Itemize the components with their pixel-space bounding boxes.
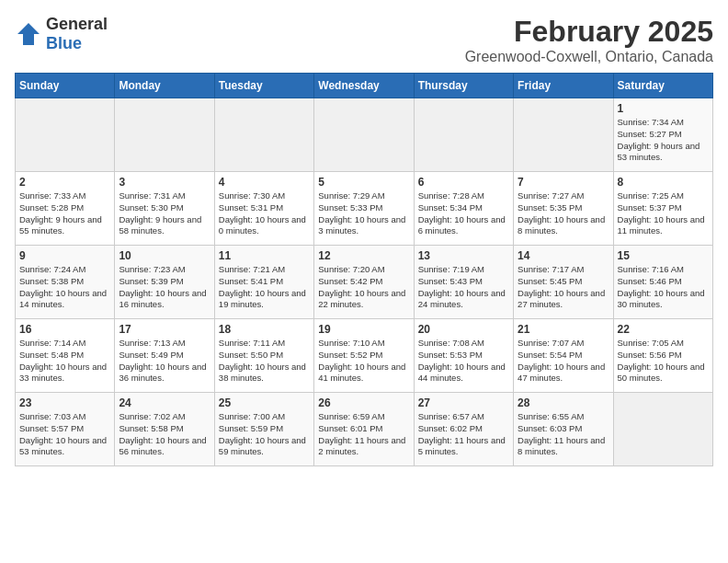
calendar-cell: 21Sunrise: 7:07 AM Sunset: 5:54 PM Dayli… [514,319,613,393]
day-number: 7 [518,176,609,189]
calendar-cell [115,98,214,172]
day-info: Sunrise: 7:34 AM Sunset: 5:27 PM Dayligh… [618,117,709,164]
calendar-cell: 16Sunrise: 7:14 AM Sunset: 5:48 PM Dayli… [16,319,115,393]
calendar-cell: 15Sunrise: 7:16 AM Sunset: 5:46 PM Dayli… [613,246,712,319]
page-header: General Blue February 2025 Greenwood-Cox… [15,15,713,65]
day-number: 26 [318,396,409,409]
calendar-cell [314,98,414,172]
calendar-cell [16,98,115,172]
calendar-cell: 9Sunrise: 7:24 AM Sunset: 5:38 PM Daylig… [16,246,115,319]
day-info: Sunrise: 7:27 AM Sunset: 5:35 PM Dayligh… [518,190,609,237]
logo-blue: Blue [46,34,82,52]
calendar-cell: 12Sunrise: 7:20 AM Sunset: 5:42 PM Dayli… [314,246,414,319]
day-info: Sunrise: 6:55 AM Sunset: 6:03 PM Dayligh… [518,411,609,458]
day-info: Sunrise: 7:17 AM Sunset: 5:45 PM Dayligh… [518,264,609,311]
day-info: Sunrise: 7:24 AM Sunset: 5:38 PM Dayligh… [19,264,110,311]
calendar-cell [613,393,712,466]
weekday-header: Monday [115,74,214,98]
day-info: Sunrise: 7:00 AM Sunset: 5:59 PM Dayligh… [219,411,310,458]
day-number: 11 [219,249,310,262]
day-number: 12 [318,249,409,262]
day-info: Sunrise: 7:10 AM Sunset: 5:52 PM Dayligh… [318,338,409,385]
calendar-cell: 2Sunrise: 7:33 AM Sunset: 5:28 PM Daylig… [16,172,115,246]
calendar-cell: 14Sunrise: 7:17 AM Sunset: 5:45 PM Dayli… [514,246,613,319]
day-number: 17 [119,323,210,336]
day-info: Sunrise: 7:13 AM Sunset: 5:49 PM Dayligh… [119,338,210,385]
day-number: 6 [418,176,509,189]
calendar-cell: 17Sunrise: 7:13 AM Sunset: 5:49 PM Dayli… [115,319,214,393]
logo-general: General [46,15,108,33]
calendar-cell [214,98,313,172]
calendar-week-row: 1Sunrise: 7:34 AM Sunset: 5:27 PM Daylig… [16,98,713,172]
svg-marker-0 [17,23,40,45]
day-info: Sunrise: 7:20 AM Sunset: 5:42 PM Dayligh… [318,264,409,311]
day-number: 2 [19,176,110,189]
logo: General Blue [15,15,108,53]
calendar-cell: 22Sunrise: 7:05 AM Sunset: 5:56 PM Dayli… [613,319,712,393]
month-title: February 2025 [465,15,713,49]
day-number: 9 [19,249,110,262]
calendar-cell: 1Sunrise: 7:34 AM Sunset: 5:27 PM Daylig… [613,98,712,172]
day-number: 3 [119,176,210,189]
calendar-cell: 20Sunrise: 7:08 AM Sunset: 5:53 PM Dayli… [414,319,513,393]
weekday-header: Friday [514,74,613,98]
day-info: Sunrise: 7:16 AM Sunset: 5:46 PM Dayligh… [618,264,709,311]
day-info: Sunrise: 7:02 AM Sunset: 5:58 PM Dayligh… [119,411,210,458]
day-info: Sunrise: 7:23 AM Sunset: 5:39 PM Dayligh… [119,264,210,311]
calendar-cell: 24Sunrise: 7:02 AM Sunset: 5:58 PM Dayli… [115,393,214,466]
weekday-header: Tuesday [214,74,313,98]
day-number: 1 [618,102,709,115]
day-number: 13 [418,249,509,262]
day-info: Sunrise: 7:33 AM Sunset: 5:28 PM Dayligh… [19,190,110,237]
weekday-header: Sunday [16,74,115,98]
day-number: 21 [518,323,609,336]
day-number: 16 [19,323,110,336]
day-number: 18 [219,323,310,336]
calendar-cell [414,98,513,172]
title-block: February 2025 Greenwood-Coxwell, Ontario… [465,15,713,65]
day-number: 28 [518,396,609,409]
day-info: Sunrise: 7:21 AM Sunset: 5:41 PM Dayligh… [219,264,310,311]
day-info: Sunrise: 7:03 AM Sunset: 5:57 PM Dayligh… [19,411,110,458]
calendar-cell: 7Sunrise: 7:27 AM Sunset: 5:35 PM Daylig… [514,172,613,246]
weekday-header: Wednesday [314,74,414,98]
day-number: 27 [418,396,509,409]
calendar-week-row: 2Sunrise: 7:33 AM Sunset: 5:28 PM Daylig… [16,172,713,246]
day-info: Sunrise: 7:11 AM Sunset: 5:50 PM Dayligh… [219,338,310,385]
calendar-cell: 10Sunrise: 7:23 AM Sunset: 5:39 PM Dayli… [115,246,214,319]
logo-icon [15,20,42,48]
day-number: 5 [318,176,409,189]
day-number: 19 [318,323,409,336]
calendar-cell: 28Sunrise: 6:55 AM Sunset: 6:03 PM Dayli… [514,393,613,466]
calendar-cell: 19Sunrise: 7:10 AM Sunset: 5:52 PM Dayli… [314,319,414,393]
day-info: Sunrise: 7:19 AM Sunset: 5:43 PM Dayligh… [418,264,509,311]
day-number: 4 [219,176,310,189]
day-number: 25 [219,396,310,409]
calendar-cell: 11Sunrise: 7:21 AM Sunset: 5:41 PM Dayli… [214,246,313,319]
day-number: 10 [119,249,210,262]
calendar-cell: 25Sunrise: 7:00 AM Sunset: 5:59 PM Dayli… [214,393,313,466]
day-info: Sunrise: 6:59 AM Sunset: 6:01 PM Dayligh… [318,411,409,458]
day-number: 8 [618,176,709,189]
logo-text: General Blue [46,15,108,53]
calendar-cell: 23Sunrise: 7:03 AM Sunset: 5:57 PM Dayli… [16,393,115,466]
day-number: 15 [618,249,709,262]
location-title: Greenwood-Coxwell, Ontario, Canada [465,49,713,65]
day-info: Sunrise: 7:29 AM Sunset: 5:33 PM Dayligh… [318,190,409,237]
day-info: Sunrise: 6:57 AM Sunset: 6:02 PM Dayligh… [418,411,509,458]
calendar-cell: 8Sunrise: 7:25 AM Sunset: 5:37 PM Daylig… [613,172,712,246]
calendar-table: SundayMondayTuesdayWednesdayThursdayFrid… [15,73,713,466]
calendar-cell: 3Sunrise: 7:31 AM Sunset: 5:30 PM Daylig… [115,172,214,246]
day-info: Sunrise: 7:14 AM Sunset: 5:48 PM Dayligh… [19,338,110,385]
calendar-cell: 18Sunrise: 7:11 AM Sunset: 5:50 PM Dayli… [214,319,313,393]
weekday-header: Saturday [613,74,712,98]
day-number: 14 [518,249,609,262]
weekday-header: Thursday [414,74,513,98]
day-info: Sunrise: 7:08 AM Sunset: 5:53 PM Dayligh… [418,338,509,385]
calendar-cell: 27Sunrise: 6:57 AM Sunset: 6:02 PM Dayli… [414,393,513,466]
weekday-header-row: SundayMondayTuesdayWednesdayThursdayFrid… [16,74,713,98]
calendar-cell: 13Sunrise: 7:19 AM Sunset: 5:43 PM Dayli… [414,246,513,319]
day-number: 23 [19,396,110,409]
calendar-week-row: 16Sunrise: 7:14 AM Sunset: 5:48 PM Dayli… [16,319,713,393]
day-number: 20 [418,323,509,336]
